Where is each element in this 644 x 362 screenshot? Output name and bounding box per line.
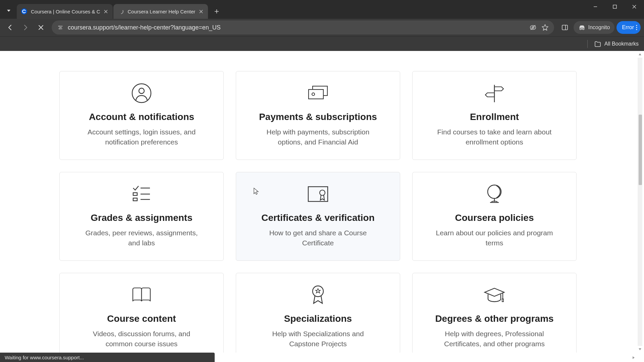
- incognito-icon: [578, 24, 586, 31]
- card-certificates[interactable]: Certificates & verification How to get a…: [236, 172, 400, 261]
- tab-help-center[interactable]: Coursera Learner Help Center: [113, 4, 208, 19]
- coursera-favicon: [21, 8, 28, 15]
- svg-point-12: [636, 27, 637, 28]
- ribbon-icon: [248, 283, 388, 307]
- menu-dots-icon: [636, 24, 637, 31]
- side-panel-button[interactable]: [558, 21, 572, 34]
- card-payments[interactable]: Payments & subscriptions Help with payme…: [236, 71, 400, 160]
- address-bar[interactable]: coursera.support/s/learner-help-center?l…: [52, 20, 554, 35]
- svg-rect-23: [133, 198, 137, 201]
- svg-point-9: [580, 28, 581, 30]
- new-tab-button[interactable]: [211, 5, 223, 17]
- svg-point-11: [636, 25, 637, 26]
- card-desc: Learn about our policies and program ter…: [434, 228, 555, 248]
- card-title: Enrollment: [425, 112, 564, 122]
- loading-favicon: [117, 8, 124, 15]
- card-content[interactable]: Course content Videos, discussion forums…: [59, 273, 224, 353]
- user-circle-icon: [72, 81, 211, 105]
- tab-close-button[interactable]: [198, 8, 204, 14]
- window-controls: [586, 0, 644, 15]
- card-desc: Help with degrees, Professional Certific…: [434, 329, 555, 349]
- cursor-icon: [252, 187, 260, 196]
- card-desc: Account settings, login issues, and noti…: [81, 127, 202, 147]
- tab-search-button[interactable]: [3, 5, 15, 17]
- svg-point-15: [139, 88, 144, 94]
- signpost-icon: [425, 81, 564, 105]
- scroll-track[interactable]: [638, 58, 642, 346]
- tab-coursera[interactable]: Coursera | Online Courses & C: [17, 4, 113, 19]
- svg-rect-7: [562, 25, 568, 30]
- card-desc: Help with payments, subscription options…: [258, 127, 378, 147]
- all-bookmarks-label: All Bookmarks: [604, 41, 639, 47]
- tab-strip: Coursera | Online Courses & C Coursera L…: [0, 0, 644, 19]
- incognito-indicator[interactable]: Incognito: [574, 21, 615, 34]
- money-icon: [248, 81, 388, 105]
- book-icon: [72, 283, 211, 307]
- card-title: Grades & assignments: [72, 213, 211, 223]
- help-center-content: Account & notifications Account settings…: [0, 51, 636, 353]
- svg-point-10: [582, 28, 584, 30]
- stop-loading-button[interactable]: [34, 21, 48, 34]
- card-title: Degrees & other programs: [425, 313, 564, 324]
- divider: [587, 40, 588, 48]
- certificate-icon: [248, 182, 388, 206]
- svg-rect-2: [613, 5, 616, 8]
- card-title: Coursera policies: [425, 213, 564, 223]
- card-desc: Find courses to take and learn about enr…: [434, 127, 555, 147]
- card-enrollment[interactable]: Enrollment Find courses to take and lear…: [412, 71, 577, 160]
- bookmarks-bar: All Bookmarks: [0, 36, 644, 51]
- all-bookmarks-button[interactable]: All Bookmarks: [594, 41, 639, 47]
- svg-point-13: [636, 29, 637, 30]
- scroll-right-arrow[interactable]: [631, 355, 637, 361]
- horizontal-scrollbar[interactable]: [218, 355, 637, 361]
- svg-point-27: [488, 185, 501, 198]
- forward-button[interactable]: [19, 21, 32, 34]
- card-policies[interactable]: Coursera policies Learn about our polici…: [412, 172, 577, 261]
- scroll-down-arrow[interactable]: [637, 346, 643, 353]
- card-specializations[interactable]: Specializations Help with Specialization…: [236, 273, 400, 353]
- card-account[interactable]: Account & notifications Account settings…: [59, 71, 224, 160]
- card-title: Account & notifications: [72, 112, 211, 122]
- card-title: Certificates & verification: [248, 213, 388, 223]
- card-desc: Videos, discussion forums, and common co…: [81, 329, 202, 349]
- minimize-button[interactable]: [586, 0, 605, 13]
- svg-point-3: [59, 26, 60, 27]
- card-title: Specializations: [248, 313, 388, 324]
- svg-rect-17: [309, 89, 323, 99]
- status-text: Waiting for www.coursera.support...: [0, 353, 215, 362]
- tab-title: Coursera | Online Courses & C: [31, 9, 100, 14]
- incognito-label: Incognito: [588, 24, 610, 31]
- back-button[interactable]: [3, 21, 17, 34]
- vertical-scrollbar[interactable]: [637, 51, 643, 353]
- svg-rect-21: [133, 193, 137, 195]
- card-grades[interactable]: Grades & assignments Grades, peer review…: [59, 172, 224, 261]
- tracking-blocked-icon[interactable]: [529, 24, 537, 31]
- svg-point-28: [313, 286, 323, 297]
- card-desc: Grades, peer reviews, assignments, and l…: [81, 228, 202, 248]
- checklist-icon: [72, 182, 211, 206]
- card-desc: How to get and share a Course Certificat…: [258, 228, 378, 248]
- svg-point-1: [118, 9, 123, 14]
- tab-close-button[interactable]: [103, 8, 109, 14]
- tab-title: Coursera Learner Help Center: [127, 9, 195, 14]
- maximize-button[interactable]: [605, 0, 625, 13]
- svg-point-26: [320, 190, 325, 195]
- bookmark-star-icon[interactable]: [541, 24, 549, 31]
- scroll-thumb[interactable]: [639, 115, 642, 185]
- toolbar: coursera.support/s/learner-help-center?l…: [0, 19, 644, 36]
- globe-icon: [425, 182, 564, 206]
- svg-point-5: [59, 28, 60, 29]
- site-settings-icon[interactable]: [57, 24, 64, 31]
- card-title: Payments & subscriptions: [248, 112, 388, 122]
- status-bar: Waiting for www.coursera.support...: [0, 353, 644, 362]
- url-text: coursera.support/s/learner-help-center?l…: [68, 24, 529, 31]
- card-title: Course content: [72, 313, 211, 324]
- error-label: Error: [622, 24, 634, 31]
- scroll-up-arrow[interactable]: [637, 51, 643, 58]
- close-window-button[interactable]: [625, 0, 644, 13]
- page-viewport: Account & notifications Account settings…: [0, 51, 644, 353]
- card-degrees[interactable]: Degrees & other programs Help with degre…: [412, 273, 577, 353]
- error-indicator[interactable]: Error: [616, 21, 641, 34]
- category-grid: Account & notifications Account settings…: [60, 71, 576, 353]
- card-desc: Help with Specializations and Capstone P…: [258, 329, 378, 349]
